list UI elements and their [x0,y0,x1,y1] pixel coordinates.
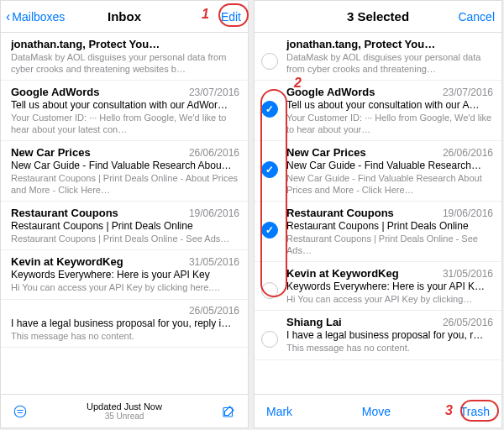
preview: Hi You can access your API Key by clicki… [11,281,239,293]
select-checkbox[interactable] [261,316,280,354]
mail-row[interactable]: jonathan.tang, Protect Your Personal Dat… [255,33,501,81]
status-text: Updated Just Now 35 Unread [29,401,219,421]
mail-list: jonathan.tang, Protect Your Personal Dat… [1,33,248,394]
page-title: Inbox [108,9,141,24]
select-checkbox[interactable] [261,146,280,196]
date: 23/07/2016 [443,87,493,98]
preview: Your Customer ID: ··· Hello from Google,… [286,112,493,135]
select-screen: 3 Selected Cancel jonathan.tang, Protect… [254,0,502,428]
footer-bar: Updated Just Now 35 Unread [1,394,248,427]
back-button[interactable]: ‹ Mailboxes [6,9,65,24]
date: 26/06/2016 [443,147,493,159]
date: 26/06/2016 [189,147,239,159]
mail-row[interactable]: jonathan.tang, Protect Your Personal Dat… [1,33,248,81]
preview: This message has no content. [11,330,239,342]
subject: I have a legal business proposal for you… [11,317,239,329]
preview: Restaurant Coupons | Print Deals Online … [11,233,239,244]
circle-icon [261,282,278,299]
preview: DataMask by AOL disguises your personal … [11,51,239,75]
nav-bar: 3 Selected Cancel [255,1,501,33]
sender: Shiang Lai [286,316,342,328]
mail-content: Shiang Lai26/05/2016 I have a legal busi… [286,316,493,354]
subject: Restaurant Coupons | Print Deals Online [11,220,239,232]
subject: I have a legal business proposal for you… [286,329,493,341]
date: 26/05/2016 [443,317,493,328]
preview: Your Customer ID: ··· Hello from Google,… [11,112,239,135]
inbox-screen: ‹ Mailboxes Inbox Edit jonathan.tang, Pr… [0,0,249,428]
filter-icon[interactable] [11,402,29,421]
sender: jonathan.tang, Protect Your Personal Dat… [11,38,162,50]
checkmark-icon [261,161,278,178]
sender: jonathan.tang, Protect Your Personal Dat… [286,38,438,50]
circle-icon [261,331,278,348]
mail-row[interactable]: Restaurant Coupons19/06/2016 Restaurant … [1,202,248,250]
select-checkbox[interactable] [261,38,280,75]
cancel-button[interactable]: Cancel [458,10,495,24]
mail-row[interactable]: Restaurant Coupons19/06/2016 Restaurant … [255,202,501,262]
checkmark-icon [261,101,278,118]
mail-row[interactable]: Google AdWords23/07/2016 Tell us about y… [1,81,248,141]
mail-content: Kevin at KeywordKeg31/05/2016 Keywords E… [11,255,239,293]
sender: Kevin at KeywordKeg [11,255,123,268]
date: 31/05/2016 [443,268,493,280]
preview: This message has no content. [286,342,493,354]
mail-content: New Car Prices26/06/2016 New Car Guide -… [11,146,239,196]
svg-point-0 [14,406,26,417]
selection-count: 3 Selected [347,9,409,24]
preview: New Car Guide - Find Valuable Research A… [286,172,493,196]
edit-toolbar: Mark Move Trash [255,394,501,427]
sender: Restaurant Coupons [286,207,394,219]
sender: Kevin at KeywordKeg [286,267,399,280]
mail-content: Kevin at KeywordKeg31/05/2016 Keywords E… [286,267,493,305]
date: 31/05/2016 [189,256,239,268]
mail-row[interactable]: Kevin at KeywordKeg31/05/2016 Keywords E… [255,262,501,311]
mail-content: Restaurant Coupons19/06/2016 Restaurant … [286,207,493,256]
sender: Google AdWords [11,86,99,98]
trash-button[interactable]: Trash [460,405,490,418]
sender: New Car Prices [11,146,91,159]
mail-list: jonathan.tang, Protect Your Personal Dat… [255,33,501,394]
subject: Keywords Everywhere: Here is your API K… [286,281,493,292]
mail-content: New Car Prices26/06/2016 New Car Guide -… [286,146,493,196]
mail-row[interactable]: 26/05/2016 I have a legal business propo… [1,300,248,348]
move-button[interactable]: Move [362,405,391,418]
date: 19/06/2016 [443,207,493,219]
subject: Restaurant Coupons | Print Deals Online [286,220,493,232]
subject: Keywords Everywhere: Here is your API Ke… [11,269,239,281]
mark-button[interactable]: Mark [266,405,292,418]
edit-button[interactable]: Edit [221,10,241,24]
select-checkbox[interactable] [261,86,280,135]
date: 19/06/2016 [189,207,239,219]
sender: Google AdWords [286,86,375,98]
mail-content: 26/05/2016 I have a legal business propo… [11,305,239,342]
select-checkbox[interactable] [261,267,280,305]
mail-content: Google AdWords23/07/2016 Tell us about y… [286,86,493,135]
mail-content: jonathan.tang, Protect Your Personal Dat… [11,38,239,75]
sender: New Car Prices [286,146,366,159]
mail-content: jonathan.tang, Protect Your Personal Dat… [286,38,493,75]
mail-row[interactable]: New Car Prices26/06/2016 New Car Guide -… [1,141,248,202]
preview: Hi You can access your API Key by clicki… [286,293,493,305]
mail-content: Google AdWords23/07/2016 Tell us about y… [11,86,239,135]
subject: Tell us about your consultation with our… [11,99,239,111]
checkmark-icon [261,222,278,239]
compose-icon[interactable] [219,402,238,421]
preview: Restaurant Coupons | Print Deals Online … [11,172,239,196]
date: 26/05/2016 [189,305,239,317]
subject: New Car Guide - Find Valuable Research A… [11,160,239,171]
nav-bar: ‹ Mailboxes Inbox Edit [1,1,248,33]
mail-row[interactable]: Shiang Lai26/05/2016 I have a legal busi… [255,311,501,359]
mail-row[interactable]: Google AdWords23/07/2016 Tell us about y… [255,81,501,141]
chevron-left-icon: ‹ [6,9,10,24]
mail-row[interactable]: Kevin at KeywordKeg31/05/2016 Keywords E… [1,250,248,299]
back-label: Mailboxes [12,10,65,24]
select-checkbox[interactable] [261,207,280,256]
preview: Restaurant Coupons | Print Deals Online … [286,233,493,256]
subject: Tell us about your consultation with our… [286,99,493,111]
sender: Restaurant Coupons [11,207,118,219]
circle-icon [261,53,278,70]
date: 23/07/2016 [189,87,239,98]
mail-content: Restaurant Coupons19/06/2016 Restaurant … [11,207,239,244]
preview: DataMask by AOL disguises your personal … [286,51,493,75]
mail-row[interactable]: New Car Prices26/06/2016 New Car Guide -… [255,141,501,202]
